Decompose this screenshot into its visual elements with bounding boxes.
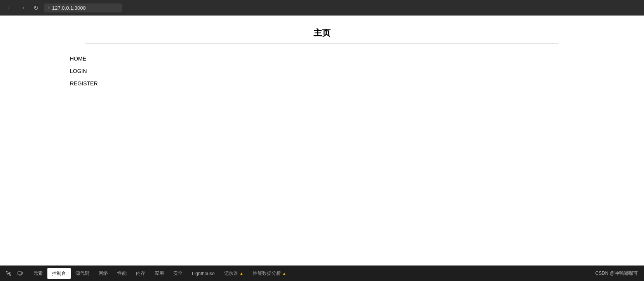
- main-spacer: [0, 87, 644, 265]
- tab-performance[interactable]: 性能: [113, 268, 131, 279]
- device-toggle-button[interactable]: [15, 269, 26, 278]
- recorder-warning-icon: ▲: [240, 271, 244, 276]
- devtools-user-label: CSDN @冲鸭嘟嘟可: [595, 270, 641, 277]
- page-header: 主页: [0, 16, 644, 48]
- inspect-element-button[interactable]: [3, 269, 14, 278]
- tab-network[interactable]: 网络: [94, 268, 113, 279]
- tab-recorder[interactable]: 记录器 ▲: [219, 268, 248, 279]
- svg-rect-0: [18, 272, 22, 275]
- nav-links: HOME LOGIN REGISTER: [0, 48, 644, 87]
- svg-rect-1: [22, 272, 23, 274]
- back-button[interactable]: ←: [5, 3, 14, 12]
- page-divider: [85, 43, 559, 44]
- forward-button[interactable]: →: [18, 3, 27, 12]
- tab-performance-insights[interactable]: 性能数据分析 ▲: [248, 268, 291, 279]
- devtools-left-icons: [3, 269, 26, 278]
- devtools-bar: 元素 控制台 源代码 网络 性能 内存 应用 安全 Lighthouse 记录器…: [0, 265, 644, 281]
- reload-button[interactable]: ↻: [31, 3, 40, 12]
- url-text: 127.0.0.1:3000: [52, 5, 86, 11]
- page-content: 主页 HOME LOGIN REGISTER: [0, 16, 644, 265]
- tab-application[interactable]: 应用: [150, 268, 169, 279]
- tab-console[interactable]: 控制台: [47, 268, 71, 279]
- address-bar[interactable]: ℹ 127.0.0.1:3000: [44, 3, 122, 12]
- tab-elements[interactable]: 元素: [29, 268, 47, 279]
- page-title: 主页: [0, 27, 644, 39]
- devtools-tabs: 元素 控制台 源代码 网络 性能 内存 应用 安全 Lighthouse 记录器…: [29, 268, 595, 279]
- nav-link-home[interactable]: HOME: [70, 56, 86, 62]
- tab-security[interactable]: 安全: [169, 268, 187, 279]
- tab-lighthouse[interactable]: Lighthouse: [187, 269, 219, 279]
- tab-memory[interactable]: 内存: [131, 268, 150, 279]
- tab-sources[interactable]: 源代码: [71, 268, 94, 279]
- security-icon: ℹ: [48, 5, 50, 10]
- nav-link-register[interactable]: REGISTER: [70, 80, 98, 87]
- browser-chrome: ← → ↻ ℹ 127.0.0.1:3000: [0, 0, 644, 16]
- performance-insights-warning-icon: ▲: [282, 271, 286, 276]
- nav-link-login[interactable]: LOGIN: [70, 68, 87, 74]
